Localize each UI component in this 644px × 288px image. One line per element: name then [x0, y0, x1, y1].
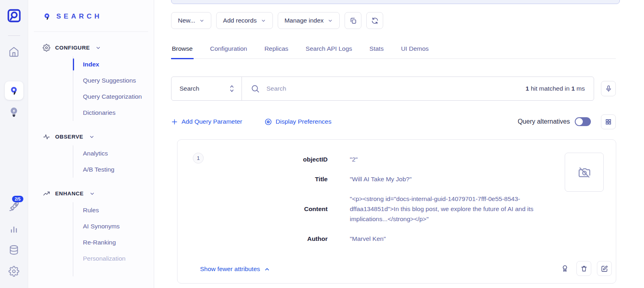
sidebar-header: SEARCH — [28, 12, 154, 21]
search-bar: Search — [171, 77, 594, 101]
hit-rank-badge: 1 — [193, 153, 204, 164]
chevron-down-icon — [199, 18, 204, 23]
hits-unit: ms — [575, 85, 585, 92]
no-image-placeholder — [565, 153, 604, 192]
hits-stats: 1 hit matched in 1 ms — [526, 85, 594, 92]
query-alternatives-toggle[interactable] — [575, 117, 591, 126]
search-section-icon[interactable] — [5, 81, 23, 100]
sidebar-item-re-ranking[interactable]: Re-Ranking — [73, 234, 154, 251]
sidebar-item-rules[interactable]: Rules — [73, 202, 154, 218]
promote-hit-button[interactable] — [559, 263, 571, 274]
attribute-value: "Will AI Take My Job?" — [350, 174, 567, 184]
section-configure: CONFIGURE Index Query Suggestions Query … — [28, 44, 154, 121]
voice-search-button[interactable] — [601, 81, 616, 96]
chevron-down-icon — [95, 45, 101, 51]
chevron-down-icon — [89, 191, 95, 197]
chevron-down-icon — [261, 18, 266, 23]
section-label: ENHANCE — [55, 191, 84, 197]
sidebar-item-query-suggestions[interactable]: Query Suggestions — [73, 73, 154, 89]
sidebar-item-dictionaries[interactable]: Dictionaries — [73, 105, 154, 121]
settings-gear-icon[interactable] — [8, 266, 19, 277]
section-enhance: ENHANCE Rules AI Synonyms Re-Ranking Per… — [28, 190, 154, 276]
display-preferences-link[interactable]: Display Preferences — [264, 118, 332, 126]
attribute-name: objectID — [261, 154, 328, 164]
section-observe: OBSERVE Analytics A/B Testing — [28, 133, 154, 178]
sidebar-item-query-categorization[interactable]: Query Categorization — [73, 89, 154, 105]
tab-replicas[interactable]: Replicas — [264, 43, 289, 59]
microphone-icon — [605, 85, 612, 92]
search-row: Search — [171, 77, 616, 101]
section-label: OBSERVE — [55, 134, 83, 140]
add-records-dropdown-button[interactable]: Add records — [216, 12, 273, 29]
plus-icon — [171, 118, 178, 125]
section-observe-header[interactable]: OBSERVE — [28, 133, 154, 141]
award-medal-icon — [561, 264, 569, 273]
search-icon — [251, 84, 260, 93]
recommend-lightbulb-icon[interactable] — [8, 106, 19, 118]
sidebar-divider — [34, 31, 148, 32]
refresh-button[interactable] — [366, 12, 383, 29]
tab-configuration[interactable]: Configuration — [209, 43, 248, 59]
add-records-label: Add records — [223, 17, 257, 24]
algolia-logo-icon[interactable] — [6, 8, 22, 23]
new-dropdown-button[interactable]: New... — [171, 12, 211, 29]
attribute-value: "<p><strong id="docs-internal-guid-14079… — [350, 194, 567, 224]
getting-started-rocket-icon[interactable]: 2/5 — [8, 201, 20, 213]
hits-time: 1 — [571, 85, 575, 92]
layout-grid-button[interactable] — [601, 114, 616, 129]
tab-stats[interactable]: Stats — [369, 43, 384, 59]
delete-hit-button[interactable] — [576, 261, 591, 276]
sidebar-item-ab-testing[interactable]: A/B Testing — [73, 162, 154, 178]
section-configure-header[interactable]: CONFIGURE — [28, 44, 154, 52]
section-enhance-header[interactable]: ENHANCE — [28, 190, 154, 197]
chevron-down-icon — [89, 134, 95, 140]
enhance-trending-icon — [43, 190, 50, 197]
grid-icon — [605, 118, 612, 125]
tab-search-api-logs[interactable]: Search API Logs — [305, 43, 353, 59]
search-product-icon — [43, 12, 52, 21]
attribute-name: Author — [261, 234, 328, 244]
copy-index-button[interactable] — [345, 12, 361, 29]
home-icon[interactable] — [8, 46, 19, 57]
hit-actions — [559, 261, 612, 276]
sort-chevrons-icon — [229, 84, 235, 93]
tab-browse[interactable]: Browse — [171, 43, 194, 59]
search-input-wrap: 1 hit matched in 1 ms — [242, 77, 594, 100]
show-fewer-attributes-link[interactable]: Show fewer attributes — [200, 265, 270, 273]
search-scope-select[interactable]: Search — [171, 77, 242, 100]
add-query-parameter-link[interactable]: Add Query Parameter — [171, 118, 242, 125]
index-toolbar: New... Add records Manage index — [171, 12, 616, 29]
sidebar-title: SEARCH — [56, 12, 102, 21]
search-scope-value: Search — [180, 85, 199, 92]
edit-hit-button[interactable] — [597, 261, 612, 276]
rail-bottom-group: 2/5 — [8, 201, 20, 288]
new-dropdown-label: New... — [178, 17, 195, 24]
index-tabs: Browse Configuration Replicas Search API… — [171, 43, 616, 59]
attribute-name: Title — [261, 174, 328, 184]
sidebar-item-index[interactable]: Index — [73, 56, 154, 73]
index-selector-partial[interactable] — [171, 0, 620, 4]
search-input[interactable] — [266, 85, 519, 92]
hits-text: hit matched in — [529, 85, 571, 92]
show-fewer-attributes-label: Show fewer attributes — [200, 265, 260, 273]
hit-card: 1 objectID "2" Title "Will AI Take My Jo… — [177, 139, 616, 284]
attribute-value: "2" — [350, 154, 567, 164]
usage-badge: 2/5 — [12, 196, 24, 202]
analytics-bars-icon[interactable] — [8, 223, 19, 234]
manage-index-label: Manage index — [285, 17, 324, 24]
data-database-icon[interactable] — [8, 244, 19, 255]
display-preferences-label: Display Preferences — [276, 118, 332, 125]
observe-pulse-icon — [43, 133, 50, 141]
sidebar: SEARCH CONFIGURE Index Query Suggestions… — [28, 0, 154, 288]
sidebar-item-analytics[interactable]: Analytics — [73, 145, 154, 162]
refresh-icon — [371, 17, 379, 25]
sidebar-item-ai-synonyms[interactable]: AI Synonyms — [73, 218, 154, 234]
tab-ui-demos[interactable]: UI Demos — [400, 43, 429, 59]
manage-index-dropdown-button[interactable]: Manage index — [278, 12, 340, 29]
main-panel: New... Add records Manage index — [154, 0, 644, 288]
edit-icon — [601, 265, 608, 272]
sidebar-item-personalization[interactable]: Personalization — [73, 251, 154, 267]
app-rail: 2/5 — [0, 0, 28, 288]
section-label: CONFIGURE — [55, 45, 90, 51]
hit-attributes: objectID "2" Title "Will AI Take My Job?… — [261, 154, 616, 244]
